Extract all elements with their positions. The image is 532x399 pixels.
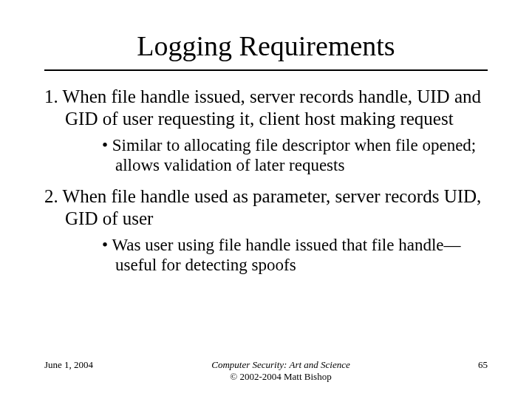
footer-copyright: © 2002-2004 Matt Bishop — [230, 371, 331, 382]
requirement-list: When file handle issued, server records … — [44, 86, 488, 276]
footer-citation: Computer Security: Art and Science © 200… — [118, 359, 443, 383]
item-text: When file handle issued, server records … — [63, 86, 481, 129]
footer-page-number: 65 — [443, 359, 488, 371]
slide-footer: June 1, 2004 Computer Security: Art and … — [44, 359, 488, 383]
sub-item: Similar to allocating file descriptor wh… — [65, 135, 488, 175]
sub-list: Similar to allocating file descriptor wh… — [65, 135, 488, 175]
footer-date: June 1, 2004 — [44, 359, 118, 371]
list-item: When file handle used as parameter, serv… — [44, 185, 488, 275]
title-underline — [44, 69, 488, 71]
footer-book-title: Computer Security: Art and Science — [211, 359, 350, 370]
slide-title: Logging Requirements — [44, 30, 488, 62]
item-text: When file handle used as parameter, serv… — [63, 186, 482, 228]
sub-item: Was user using file handle issued that f… — [65, 235, 488, 275]
list-item: When file handle issued, server records … — [44, 86, 488, 175]
sub-list: Was user using file handle issued that f… — [65, 235, 488, 275]
